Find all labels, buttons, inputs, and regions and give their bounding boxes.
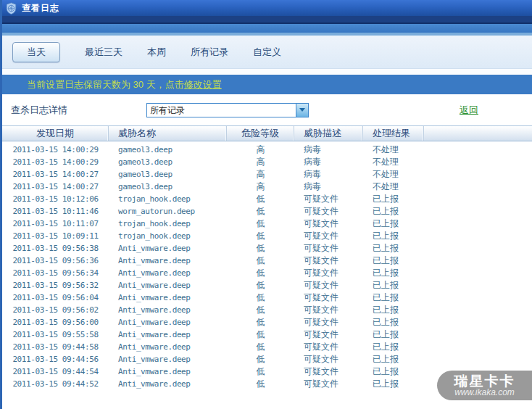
- table-row[interactable]: 2011-03-15 09:56:36 Anti_vmware.deep 低 可…: [2, 255, 532, 267]
- filter-row: 查杀日志详情 所有记录 返回: [2, 94, 532, 125]
- cell-date: 2011-03-15 10:11:07: [2, 219, 109, 228]
- cell-date: 2011-03-15 09:56:04: [2, 293, 109, 302]
- chevron-down-icon[interactable]: [296, 104, 308, 117]
- cell-threat-desc: 可疑文件: [294, 378, 363, 390]
- cell-threat-desc: 可疑文件: [294, 267, 363, 279]
- table-row[interactable]: 2011-03-15 09:56:34 Anti_vmware.deep 低 可…: [2, 267, 532, 279]
- cell-result: 已上报: [363, 341, 424, 353]
- cell-threat-name: gameol3.deep: [109, 182, 227, 191]
- cell-threat-desc: 可疑文件: [294, 316, 363, 329]
- table-row[interactable]: 2011-03-15 14:00:27 gameol3.deep 高 病毒 不处…: [2, 168, 532, 181]
- cell-threat-desc: 可疑文件: [294, 365, 363, 378]
- cell-risk-level: 低: [227, 205, 294, 218]
- cell-threat-name: Anti_vmware.deep: [109, 367, 227, 376]
- table-row[interactable]: 2011-03-15 09:56:04 Anti_vmware.deep 低 可…: [2, 292, 532, 304]
- cell-risk-level: 低: [227, 255, 294, 267]
- window-title: 查看日志: [22, 2, 59, 15]
- modify-settings-link[interactable]: 修改设置: [184, 78, 222, 91]
- cell-result: 已上报: [363, 353, 424, 365]
- cell-date: 2011-03-15 09:56:34: [2, 268, 109, 278]
- table-row[interactable]: 2011-03-15 10:11:46 worm_autorun.deep 低 …: [2, 205, 532, 218]
- table-row[interactable]: 2011-03-15 10:11:07 trojan_hook.deep 低 可…: [2, 218, 532, 230]
- cell-risk-level: 高: [227, 156, 294, 168]
- cell-date: 2011-03-15 09:56:00: [2, 318, 109, 327]
- tab-this-week[interactable]: 本周: [147, 46, 166, 59]
- cell-risk-level: 低: [227, 242, 294, 255]
- table-row[interactable]: 2011-03-15 14:00:27 gameol3.deep 高 病毒 不处…: [2, 181, 532, 193]
- record-type-select[interactable]: 所有记录: [146, 103, 309, 117]
- table-row[interactable]: 2011-03-15 09:56:32 Anti_vmware.deep 低 可…: [2, 279, 532, 292]
- log-table: 发现日期 威胁名称 危险等级 威胁描述 处理结果 2011-03-15 14:0…: [2, 125, 532, 390]
- table-row[interactable]: 2011-03-15 09:56:00 Anti_vmware.deep 低 可…: [2, 316, 532, 329]
- cell-threat-name: Anti_vmware.deep: [109, 281, 227, 290]
- cell-date: 2011-03-15 14:00:27: [2, 170, 109, 179]
- table-row[interactable]: 2011-03-15 14:00:29 gameol3.deep 高 病毒 不处…: [2, 144, 532, 156]
- shield-app-icon: [5, 2, 17, 15]
- tab-last-three-days[interactable]: 最近三天: [85, 46, 122, 59]
- tab-today[interactable]: 当天: [12, 42, 60, 62]
- cell-date: 2011-03-15 09:44:52: [2, 379, 109, 389]
- column-header-result[interactable]: 处理结果: [363, 126, 424, 141]
- cell-threat-name: Anti_vmware.deep: [109, 379, 227, 389]
- cell-threat-desc: 病毒: [294, 181, 363, 193]
- log-viewer-window: 查看日志 当天 最近三天 本周 所有记录 自定义 当前设置日志保留天数为 30 …: [0, 0, 532, 409]
- cell-threat-name: trojan_hook.deep: [109, 219, 227, 228]
- table-row[interactable]: 2011-03-15 10:09:11 trojan_hook.deep 低 可…: [2, 230, 532, 242]
- table-row[interactable]: 2011-03-15 10:12:06 trojan_hook.deep 低 可…: [2, 193, 532, 205]
- cell-risk-level: 低: [227, 230, 294, 242]
- table-row[interactable]: 2011-03-15 09:56:02 Anti_vmware.deep 低 可…: [2, 304, 532, 316]
- cell-date: 2011-03-15 14:00:29: [2, 145, 109, 154]
- cell-date: 2011-03-15 09:55:58: [2, 330, 109, 339]
- cell-risk-level: 低: [227, 316, 294, 329]
- cell-risk-level: 低: [227, 292, 294, 304]
- table-header-row: 发现日期 威胁名称 危险等级 威胁描述 处理结果: [2, 126, 532, 141]
- column-header-name[interactable]: 威胁名称: [109, 126, 227, 141]
- titlebar-lower-band: [2, 16, 532, 22]
- cell-date: 2011-03-15 09:56:02: [2, 305, 109, 315]
- column-header-date[interactable]: 发现日期: [2, 126, 109, 141]
- column-header-level[interactable]: 危险等级: [227, 126, 294, 141]
- cell-result: 已上报: [363, 193, 424, 205]
- cell-threat-desc: 可疑文件: [294, 341, 363, 353]
- table-row[interactable]: 2011-03-15 09:44:58 Anti_vmware.deep 低 可…: [2, 341, 532, 353]
- cell-result: 不处理: [363, 168, 424, 181]
- cell-threat-name: Anti_vmware.deep: [109, 268, 227, 278]
- cell-threat-name: trojan_hook.deep: [109, 194, 227, 204]
- blue-band: [2, 24, 532, 33]
- back-link[interactable]: 返回: [460, 104, 478, 117]
- cell-threat-name: Anti_vmware.deep: [109, 355, 227, 364]
- table-row[interactable]: 2011-03-15 09:55:58 Anti_vmware.deep 低 可…: [2, 329, 532, 341]
- cell-result: 已上报: [363, 316, 424, 329]
- cell-threat-name: worm_autorun.deep: [109, 207, 227, 216]
- cell-threat-desc: 病毒: [294, 156, 363, 168]
- table-row[interactable]: 2011-03-15 14:00:29 gameol3.deep 高 病毒 不处…: [2, 156, 532, 168]
- ikaka-watermark: 瑞星卡卡 www.ikaka.com: [437, 371, 532, 400]
- cell-date: 2011-03-15 10:11:46: [2, 207, 109, 216]
- cell-risk-level: 高: [227, 168, 294, 181]
- cell-threat-name: Anti_vmware.deep: [109, 305, 227, 315]
- cell-risk-level: 低: [227, 304, 294, 316]
- cell-risk-level: 低: [227, 353, 294, 365]
- cell-result: 已上报: [363, 279, 424, 292]
- cell-result: 已上报: [363, 218, 424, 230]
- record-type-selected-value: 所有记录: [147, 104, 296, 117]
- cell-result: 已上报: [363, 205, 424, 218]
- table-row[interactable]: 2011-03-15 09:44:56 Anti_vmware.deep 低 可…: [2, 353, 532, 365]
- cell-threat-desc: 可疑文件: [294, 329, 363, 341]
- cell-threat-name: gameol3.deep: [109, 157, 227, 167]
- cell-result: 已上报: [363, 292, 424, 304]
- cell-threat-name: gameol3.deep: [109, 170, 227, 179]
- cell-result: 已上报: [363, 230, 424, 242]
- cell-date: 2011-03-15 09:44:58: [2, 342, 109, 352]
- tab-custom[interactable]: 自定义: [253, 46, 281, 59]
- tab-all-records[interactable]: 所有记录: [191, 46, 228, 59]
- cell-risk-level: 低: [227, 378, 294, 390]
- table-row[interactable]: 2011-03-15 09:56:38 Anti_vmware.deep 低 可…: [2, 242, 532, 255]
- cell-result: 已上报: [363, 255, 424, 267]
- cell-result: 已上报: [363, 304, 424, 316]
- cell-threat-desc: 可疑文件: [294, 279, 363, 292]
- column-header-desc[interactable]: 威胁描述: [294, 126, 363, 141]
- cell-date: 2011-03-15 09:56:38: [2, 244, 109, 253]
- cell-threat-desc: 可疑文件: [294, 353, 363, 365]
- cell-risk-level: 低: [227, 193, 294, 205]
